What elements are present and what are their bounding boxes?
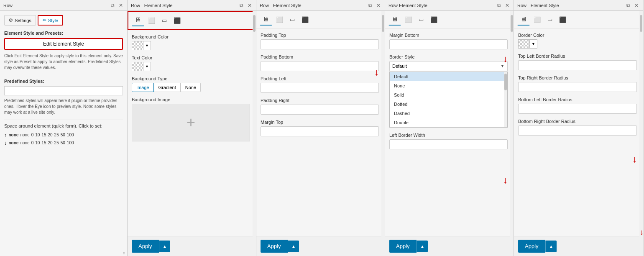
panel5-device-mobile-btn[interactable]: ▭ [544, 14, 555, 25]
panel4-title: Row Element Style [388, 3, 427, 8]
bg-type-label: Background Type [132, 76, 250, 81]
panel5-title: Row - Element Style [517, 3, 559, 8]
panel4-apply-bar: Apply ▲ [385, 236, 514, 256]
predefined-input[interactable] [4, 86, 123, 95]
space-up-arrow-icon: ↑ [4, 132, 7, 138]
panel4-device-cursor-btn[interactable]: ⬛ [427, 14, 440, 25]
panel3-device-tablet-btn[interactable]: ⬜ [273, 14, 286, 25]
padding-right-input[interactable] [261, 105, 379, 115]
bg-type-image-btn[interactable]: Image [132, 83, 154, 92]
panel4-restore-btn[interactable]: ⧉ [496, 3, 502, 8]
bg-type-gradient-btn[interactable]: Gradient [154, 83, 181, 92]
space-up-0[interactable]: 0 [31, 133, 34, 137]
space-down-25[interactable]: 25 [54, 141, 59, 145]
panel5-device-tablet-btn[interactable]: ⬜ [531, 14, 544, 25]
panel2-apply-dropdown-btn[interactable]: ▲ [159, 241, 171, 252]
dropdown-item-none[interactable]: None [390, 81, 504, 90]
panel5-close-btn[interactable]: ✕ [634, 3, 639, 8]
panel5-scrollbar[interactable]: ↓ [639, 11, 643, 238]
border-style-select[interactable]: Default None Solid Dotted Dashed Double [389, 61, 508, 71]
panel1-close-btn[interactable]: ✕ [118, 3, 124, 8]
space-down-20[interactable]: 20 [48, 141, 52, 145]
panel4-device-desktop-btn[interactable]: 🖥 [388, 13, 401, 26]
panel1-resize-handle[interactable]: ⠿ [123, 252, 127, 256]
space-up-50[interactable]: 50 [61, 133, 65, 137]
panel5-apply-dropdown-btn[interactable]: ▲ [545, 241, 557, 252]
border-color-swatch: ▼ [518, 39, 637, 49]
top-right-radius-input[interactable] [518, 82, 637, 92]
dropdown-item-dashed[interactable]: Dashed [390, 109, 504, 118]
panel3-scrollbar[interactable] [381, 11, 385, 238]
panel4-close-btn[interactable]: ✕ [504, 3, 510, 8]
dropdown-scrollbar[interactable] [504, 72, 507, 127]
text-color-dropdown-btn[interactable]: ▼ [143, 62, 151, 71]
space-up-15[interactable]: 15 [41, 133, 46, 137]
edit-element-style-btn[interactable]: Edit Element Style [4, 38, 123, 50]
padding-left-input[interactable] [261, 83, 379, 93]
panel1-restore-btn[interactable]: ⧉ [110, 3, 115, 8]
panel3-apply-btn[interactable]: Apply [261, 240, 288, 253]
dropdown-item-default[interactable]: Default [390, 72, 504, 81]
padding-bottom-input[interactable] [261, 61, 379, 71]
panel-row: Row ⧉ ✕ ⚙ Settings ✏ Style Element Style… [0, 0, 128, 256]
bg-image-upload[interactable]: + [132, 104, 250, 141]
panel5-apply-bar: Apply ▲ [514, 236, 643, 256]
panel1-title-icons: ⧉ ✕ [110, 3, 124, 8]
panel5-device-cursor-btn[interactable]: ⬛ [556, 14, 569, 25]
panel3-device-mobile-btn[interactable]: ▭ [287, 14, 298, 25]
panel4-device-mobile-btn[interactable]: ▭ [416, 14, 427, 25]
panel3-restore-btn[interactable]: ⧉ [368, 3, 373, 8]
dropdown-item-dotted[interactable]: Dotted [390, 100, 504, 109]
space-down-50[interactable]: 50 [61, 141, 65, 145]
padding-top-input[interactable] [261, 39, 379, 49]
panel4-apply-dropdown-btn[interactable]: ▲ [417, 241, 428, 252]
panel3-device-cursor-btn[interactable]: ⬛ [299, 14, 312, 25]
panel3-apply-dropdown-btn[interactable]: ▲ [288, 241, 299, 252]
space-up-20[interactable]: 20 [48, 133, 52, 137]
tab-settings[interactable]: ⚙ Settings [4, 15, 36, 26]
device-mobile-btn[interactable]: ▭ [159, 15, 170, 26]
panel4-apply-btn[interactable]: Apply [389, 240, 417, 253]
dropdown-item-solid[interactable]: Solid [390, 90, 504, 100]
space-down-100[interactable]: 100 [67, 141, 74, 145]
padding-left-group: Padding Left [261, 76, 379, 93]
bottom-left-radius-input[interactable] [518, 104, 637, 114]
panel5-restore-btn[interactable]: ⧉ [626, 3, 631, 8]
dropdown-item-double[interactable]: Double [390, 118, 504, 127]
panel4-device-tablet-btn[interactable]: ⬜ [402, 14, 415, 25]
border-color-box[interactable] [518, 39, 530, 49]
space-up-10[interactable]: 10 [35, 133, 40, 137]
top-left-radius-input[interactable] [518, 60, 637, 70]
bg-type-none-btn[interactable]: None [181, 83, 201, 92]
device-desktop-btn[interactable]: 🖥 [132, 14, 144, 26]
left-border-width-input[interactable] [389, 139, 508, 149]
border-color-dropdown-btn[interactable]: ▼ [530, 39, 537, 49]
panel2-close-btn[interactable]: ✕ [247, 3, 253, 8]
device-tablet-btn[interactable]: ⬜ [145, 15, 158, 26]
panel4-title-icons: ⧉ ✕ [496, 3, 510, 8]
space-up-25[interactable]: 25 [54, 133, 59, 137]
bg-color-dropdown-btn[interactable]: ▼ [143, 41, 151, 50]
panel2-scrollbar[interactable] [253, 11, 256, 238]
panel3-close-btn[interactable]: ✕ [376, 3, 381, 8]
space-down-10[interactable]: 10 [35, 141, 40, 145]
bg-color-box[interactable] [132, 41, 143, 50]
panel2-apply-btn[interactable]: Apply [132, 240, 159, 253]
dropdown-scrollbar-thumb [504, 74, 507, 90]
panel2-restore-btn[interactable]: ⧉ [239, 3, 244, 8]
margin-top-input[interactable] [261, 126, 379, 136]
settings-icon: ⚙ [9, 18, 13, 23]
panel5-device-desktop-btn[interactable]: 🖥 [517, 13, 530, 26]
bottom-right-radius-input[interactable] [518, 125, 637, 136]
device-cursor-btn[interactable]: ⬛ [171, 15, 184, 26]
tab-style[interactable]: ✏ Style [38, 15, 63, 26]
margin-bottom-input[interactable] [389, 39, 508, 49]
space-down-15[interactable]: 15 [41, 141, 46, 145]
space-down-0[interactable]: 0 [31, 141, 34, 145]
panel3-device-desktop-btn[interactable]: 🖥 [260, 13, 272, 26]
panel5-content: ↓ Border Color ▼ Top Left Border Radius … [514, 28, 643, 236]
space-up-100[interactable]: 100 [67, 133, 74, 137]
panel4-scrollbar[interactable] [510, 11, 514, 238]
panel5-apply-btn[interactable]: Apply [518, 240, 545, 253]
text-color-box[interactable] [132, 62, 143, 71]
